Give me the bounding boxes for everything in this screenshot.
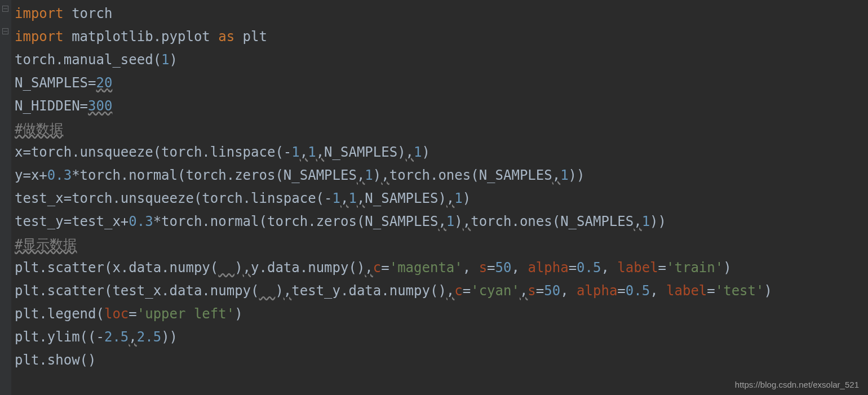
comma: , (243, 260, 251, 276)
code-text: ) (234, 306, 242, 322)
code-text: plt.show() (15, 352, 96, 368)
whitespace-warn (218, 260, 234, 276)
code-text: test_x=torch.unsqueeze(torch.linspace(- (15, 190, 333, 206)
code-line[interactable]: N_HIDDEN=300 (15, 95, 865, 118)
comma: , (357, 167, 365, 183)
number-literal: 1 (291, 144, 299, 160)
watermark-text: https://blog.csdn.net/exsolar_521 (735, 380, 859, 389)
keyword-import: import (15, 6, 64, 21)
string-literal: 'train' (666, 260, 723, 276)
code-editor[interactable]: import torch import matplotlib.pyplot as… (0, 0, 868, 395)
number-literal: 1 (365, 167, 373, 183)
code-text: N_SAMPLES) (324, 144, 406, 160)
code-line[interactable]: test_x=torch.unsqueeze(torch.linspace(-1… (15, 187, 865, 210)
code-text: N_SAMPLES) (365, 190, 446, 206)
code-text: y=x+ (15, 167, 47, 183)
code-text: )) (569, 167, 585, 183)
code-text: ) (373, 167, 381, 183)
code-text: plt.legend( (15, 306, 104, 322)
code-line[interactable]: #显示数据 (15, 233, 865, 256)
number-literal: 1 (348, 190, 356, 206)
comma: , (340, 190, 348, 206)
comma: , (520, 283, 528, 299)
code-line[interactable]: import torch (15, 2, 865, 25)
param-name: c (373, 260, 381, 276)
code-line[interactable]: plt.ylim((-2.5,2.5)) (15, 326, 865, 349)
code-text: torch.manual_seed( (15, 52, 161, 68)
code-text: , (601, 260, 617, 276)
number-literal: 0.3 (129, 214, 153, 229)
code-text: = (569, 260, 577, 276)
keyword-import: import (15, 29, 64, 45)
number-literal: 1 (454, 190, 462, 206)
number-literal: 50 (544, 283, 560, 299)
code-text: = (463, 283, 471, 299)
code-text: ) (764, 283, 772, 299)
code-text: = (129, 306, 136, 322)
number-literal: 1 (642, 214, 650, 229)
code-text: = (487, 260, 495, 276)
code-text: ) (170, 52, 178, 68)
code-text: )) (650, 214, 666, 229)
number-literal: 50 (495, 260, 512, 276)
comma: , (634, 214, 641, 229)
code-text: = (536, 283, 544, 299)
code-text: = (658, 260, 666, 276)
param-name: label (617, 260, 658, 276)
number-literal: 0.5 (577, 260, 601, 276)
string-literal: 'test' (715, 283, 764, 299)
code-line[interactable]: y=x+0.3*torch.normal(torch.zeros(N_SAMPL… (15, 164, 865, 187)
code-line[interactable]: plt.legend(loc='upper left') (15, 303, 865, 326)
code-text: , (560, 283, 577, 299)
number-literal: 300 (88, 98, 112, 114)
comma: , (552, 167, 560, 183)
code-text: x=torch.unsqueeze(torch.linspace(- (15, 144, 291, 160)
code-line[interactable]: plt.show() (15, 349, 865, 372)
code-text: y.data.numpy() (251, 260, 365, 276)
code-text: ) (454, 214, 462, 229)
comma: , (316, 144, 324, 160)
number-literal: 1 (446, 214, 454, 229)
code-line[interactable]: torch.manual_seed(1) (15, 48, 865, 72)
string-literal: 'upper left' (137, 306, 234, 322)
number-literal: 20 (96, 75, 113, 91)
code-text: , (511, 260, 528, 276)
module-name: torch (64, 6, 113, 21)
code-line[interactable]: import matplotlib.pyplot as plt (15, 25, 865, 48)
param-name: label (666, 283, 707, 299)
code-text: = (707, 283, 715, 299)
code-text: N_SAMPLES= (15, 75, 96, 91)
number-literal: 1 (560, 167, 568, 183)
code-text: ) (723, 260, 731, 276)
code-text: )) (161, 329, 178, 345)
comma: , (284, 283, 291, 299)
code-line[interactable]: N_SAMPLES=20 (15, 72, 865, 95)
code-line[interactable]: x=torch.unsqueeze(torch.linspace(-1,1,N_… (15, 141, 865, 164)
fold-icon[interactable] (2, 6, 9, 12)
code-text: ) (275, 283, 283, 299)
code-line[interactable]: plt.scatter(x.data.numpy( ),y.data.numpy… (15, 256, 865, 279)
code-text: N_HIDDEN= (15, 98, 88, 114)
number-literal: 2.5 (104, 329, 129, 345)
code-text: plt.ylim((- (15, 329, 104, 345)
comma: , (446, 190, 454, 206)
string-literal: 'cyan' (471, 283, 520, 299)
code-line[interactable]: #做数据 (15, 118, 865, 141)
code-text: test_y.data.numpy() (291, 283, 446, 299)
code-text: torch.ones(N_SAMPLES (471, 214, 634, 229)
code-text: plt.scatter(x.data.numpy( (15, 260, 218, 276)
comma: , (365, 260, 373, 276)
comment: #显示数据 (15, 237, 77, 252)
code-text: plt.scatter(test_x.data.numpy( (15, 283, 259, 299)
code-line[interactable]: plt.scatter(test_x.data.numpy( ),test_y.… (15, 279, 865, 303)
code-area[interactable]: import torch import matplotlib.pyplot as… (11, 0, 868, 395)
number-literal: 1 (161, 52, 169, 68)
whitespace-warn (259, 283, 275, 299)
code-line[interactable]: test_y=test_x+0.3*torch.normal(torch.zer… (15, 210, 865, 233)
param-name: loc (104, 306, 129, 322)
alias-name: plt (234, 29, 267, 45)
param-name: s (528, 283, 535, 299)
module-name: matplotlib.pyplot (64, 29, 219, 45)
fold-icon[interactable] (2, 28, 9, 35)
number-literal: 1 (414, 144, 422, 160)
